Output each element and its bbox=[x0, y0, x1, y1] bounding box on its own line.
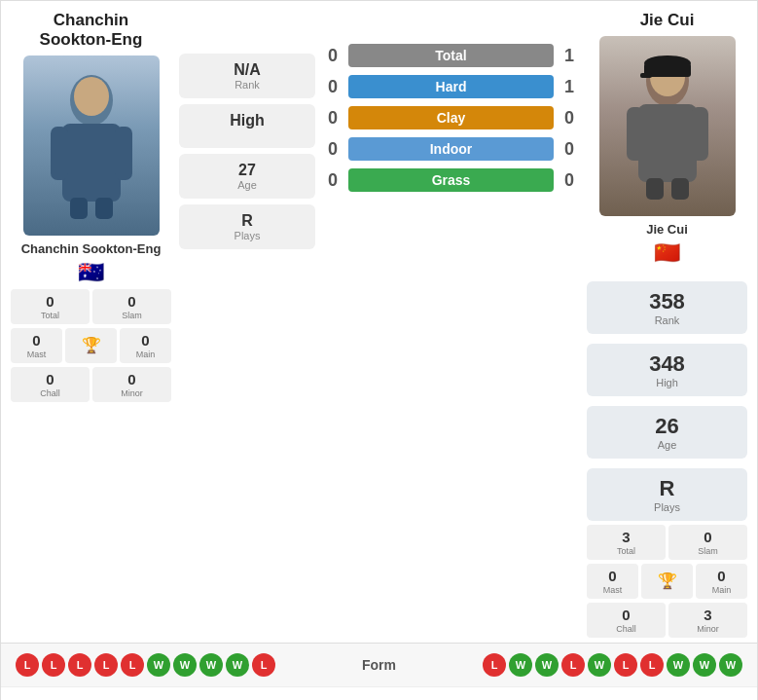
scores-block: 0 Total 1 0 Hard 1 0 Clay 0 0 Indoor 0 0… bbox=[323, 11, 579, 638]
left-trophy-cell: 🏆 bbox=[65, 328, 117, 363]
right-trophy-cell: 🏆 bbox=[641, 564, 693, 599]
left-stats-row3: 0 Chall 0 Minor bbox=[11, 367, 171, 402]
left-mast-val: 0 bbox=[13, 332, 60, 349]
form-badge-left-form-badges-9: L bbox=[252, 653, 275, 677]
form-badge-right-form-badges-5: L bbox=[614, 653, 637, 677]
score-left-4: 0 bbox=[323, 170, 343, 191]
form-label: Form bbox=[302, 657, 457, 673]
left-chall-stat: 0 Chall bbox=[11, 367, 90, 402]
score-right-4: 0 bbox=[559, 170, 579, 191]
left-mast-stat: 0 Mast bbox=[11, 328, 62, 363]
svg-rect-11 bbox=[646, 178, 664, 200]
left-form-badges: LLLLLWWWWL bbox=[16, 653, 302, 677]
svg-rect-4 bbox=[70, 198, 88, 219]
stat-row-0: 45% (133-162) Career Total W/L 58% (163-… bbox=[1, 687, 757, 700]
right-player-flag: 🇨🇳 bbox=[654, 240, 680, 266]
score-badge-clay: Clay bbox=[348, 106, 554, 129]
age-label: Age bbox=[189, 179, 306, 191]
high-value: High bbox=[189, 112, 306, 129]
svg-rect-16 bbox=[640, 73, 652, 78]
score-row-hard: 0 Hard 1 bbox=[323, 75, 579, 98]
high-label bbox=[189, 129, 306, 140]
left-trophy-icon: 🏆 bbox=[82, 338, 101, 353]
left-main-stat: 0 Main bbox=[120, 328, 171, 363]
right-high-panel: 348 High bbox=[587, 344, 747, 396]
right-plays-value: R bbox=[596, 476, 738, 501]
svg-point-6 bbox=[74, 77, 109, 116]
right-slam-stat: 0 Slam bbox=[668, 525, 747, 560]
right-high-label: High bbox=[596, 377, 738, 388]
left-total-val: 0 bbox=[13, 293, 88, 310]
form-badge-left-form-badges-2: L bbox=[68, 653, 91, 677]
left-main-val: 0 bbox=[122, 332, 169, 349]
score-left-3: 0 bbox=[323, 139, 343, 160]
score-left-0: 0 bbox=[323, 46, 343, 66]
score-right-1: 1 bbox=[559, 77, 579, 97]
form-badge-right-form-badges-2: W bbox=[535, 653, 559, 677]
score-badge-hard: Hard bbox=[348, 75, 554, 98]
right-player-name-header: Jie Cui bbox=[640, 11, 695, 30]
form-badge-left-form-badges-5: W bbox=[147, 653, 170, 677]
svg-rect-2 bbox=[51, 127, 68, 180]
right-rank-panel: 358 Rank bbox=[587, 281, 747, 334]
plays-stat-box: R Plays bbox=[179, 204, 315, 249]
left-slam-lbl: Slam bbox=[94, 311, 169, 320]
score-badge-indoor: Indoor bbox=[348, 137, 554, 161]
left-slam-val: 0 bbox=[94, 293, 169, 310]
svg-rect-9 bbox=[627, 107, 644, 161]
right-total-stat: 3 Total bbox=[587, 525, 666, 560]
rank-value: N/A bbox=[189, 61, 306, 79]
form-row: LLLLLWWWWL Form LWWLWLLWWW bbox=[1, 644, 757, 687]
bottom-section: LLLLLWWWWL Form LWWLWLLWWW 45% (133-162)… bbox=[1, 643, 757, 700]
stat-rows-container: 45% (133-162) Career Total W/L 58% (163-… bbox=[1, 687, 757, 700]
right-player-silhouette bbox=[619, 54, 716, 200]
right-player-name: Jie Cui bbox=[646, 222, 688, 237]
right-high-value: 348 bbox=[596, 351, 738, 377]
right-mast-stat: 0 Mast bbox=[587, 564, 638, 599]
svg-rect-8 bbox=[638, 104, 697, 182]
left-minor-val: 0 bbox=[94, 371, 169, 387]
right-stats-panels: 358 Rank 348 High 26 Age R Plays bbox=[587, 272, 747, 521]
player-comparison-section: Chanchin Sookton-Eng Chanchin Sookton-En… bbox=[1, 1, 757, 643]
high-stat-box: High bbox=[179, 104, 315, 148]
form-badge-left-form-badges-6: W bbox=[173, 653, 197, 677]
right-stats-row1: 3 Total 0 Slam bbox=[587, 525, 747, 560]
right-slam-val: 0 bbox=[670, 529, 745, 545]
age-stat-box: 27 Age bbox=[179, 154, 315, 199]
score-row-grass: 0 Grass 0 bbox=[323, 168, 579, 192]
right-panel: Jie Cui Jie Cui 🇨🇳 bbox=[587, 11, 747, 638]
score-row-indoor: 0 Indoor 0 bbox=[323, 137, 579, 161]
right-main-stat: 0 Main bbox=[696, 564, 747, 599]
right-plays-label: Plays bbox=[596, 501, 738, 513]
right-slam-lbl: Slam bbox=[670, 546, 745, 556]
rank-label: Rank bbox=[189, 79, 306, 91]
left-main-lbl: Main bbox=[122, 350, 169, 359]
left-chall-val: 0 bbox=[13, 371, 88, 387]
right-chall-val: 0 bbox=[589, 607, 664, 623]
right-age-value: 26 bbox=[596, 414, 738, 439]
score-right-2: 0 bbox=[559, 108, 579, 129]
left-chall-lbl: Chall bbox=[13, 388, 88, 398]
svg-rect-5 bbox=[95, 198, 113, 219]
score-badge-total: Total bbox=[348, 44, 554, 67]
right-mast-val: 0 bbox=[589, 568, 636, 584]
form-badge-left-form-badges-3: L bbox=[94, 653, 118, 677]
score-rows: 0 Total 1 0 Hard 1 0 Clay 0 0 Indoor 0 0… bbox=[323, 44, 579, 200]
form-badge-right-form-badges-8: W bbox=[693, 653, 716, 677]
right-chall-stat: 0 Chall bbox=[587, 603, 666, 638]
left-slam-stat: 0 Slam bbox=[92, 289, 171, 324]
rank-stat-box: N/A Rank bbox=[179, 54, 315, 98]
right-rank-value: 358 bbox=[596, 289, 738, 314]
form-badge-right-form-badges-6: L bbox=[640, 653, 664, 677]
right-age-panel: 26 Age bbox=[587, 406, 747, 459]
right-main-val: 0 bbox=[698, 568, 745, 584]
svg-rect-3 bbox=[115, 127, 132, 180]
left-player-name: Chanchin Sookton-Eng bbox=[21, 241, 162, 256]
age-value: 27 bbox=[189, 162, 306, 179]
form-badge-left-form-badges-8: W bbox=[226, 653, 249, 677]
left-minor-stat: 0 Minor bbox=[92, 367, 171, 402]
left-player-flag: 🇦🇺 bbox=[78, 260, 104, 285]
right-stats-row2: 0 Mast 🏆 0 Main bbox=[587, 564, 747, 599]
form-badge-left-form-badges-7: W bbox=[199, 653, 223, 677]
form-badge-right-form-badges-9: W bbox=[719, 653, 742, 677]
